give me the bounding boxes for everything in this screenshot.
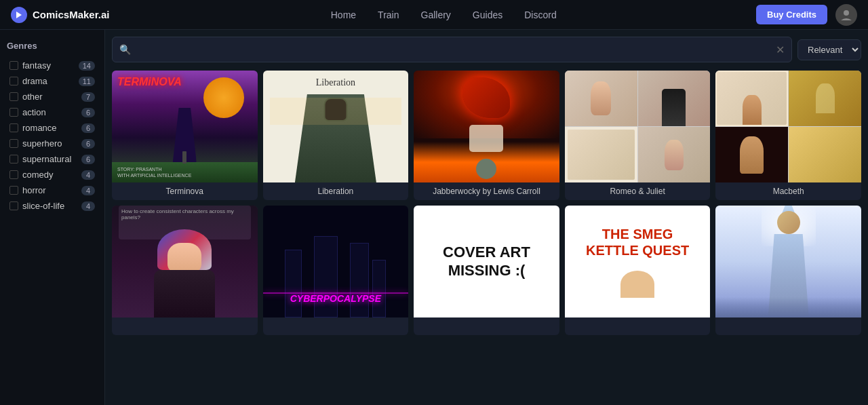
comic-title-macbeth: Macbeth: [715, 182, 861, 200]
genre-checkbox-slice-of-life[interactable]: [9, 201, 18, 210]
genre-item-romance[interactable]: romance 6: [7, 120, 98, 136]
genre-checkbox-fantasy[interactable]: [9, 61, 18, 70]
panel3: [565, 127, 637, 182]
genre-count-action: 6: [81, 108, 95, 117]
genre-item-slice-of-life[interactable]: slice-of-life 4: [7, 198, 98, 214]
svg-point-0: [844, 10, 849, 16]
genre-item-supernatural[interactable]: supernatural 6: [7, 151, 98, 167]
content: 🔍 ✕ Relevant Newest Popular TERMiNOVA: [105, 30, 868, 405]
cyber-b2: [314, 236, 338, 317]
nav-home[interactable]: Home: [321, 5, 366, 24]
nav-guides[interactable]: Guides: [463, 5, 512, 24]
comic-cover-jabberwocky: [414, 71, 559, 182]
smeg-title-art: THE SMEGKETTLE QUEST: [586, 226, 689, 258]
genre-count-superhero: 6: [81, 139, 95, 149]
cyber-b1: [285, 250, 302, 317]
comic-card-missing[interactable]: COVER ARTMISSING :( ‎: [414, 206, 559, 335]
comic-cover-terminova: TERMiNOVA STORY: PRASANTHWITH ARTIFICIAL…: [112, 71, 258, 182]
macbeth-panel2: [789, 71, 861, 126]
liberation-title-art: Liberation: [316, 77, 355, 88]
genre-label-other: other: [22, 92, 77, 102]
genre-checkbox-action[interactable]: [9, 108, 18, 117]
comic-title-anime: ‎: [112, 317, 258, 332]
genre-count-other: 7: [81, 92, 95, 102]
header-right: Buy Credits: [756, 4, 857, 26]
anime-character: [154, 229, 215, 317]
figure-inset: [476, 159, 496, 179]
hero-ground: [715, 297, 861, 317]
avatar[interactable]: [835, 4, 857, 26]
comic-cover-liberation: Liberation: [263, 71, 409, 182]
logo-text: ComicsMaker.ai: [33, 9, 109, 20]
page-inset: [469, 125, 503, 152]
genre-label-comedy: comedy: [22, 170, 77, 180]
genre-item-other[interactable]: other 7: [7, 89, 98, 104]
comic-card-liberation[interactable]: Liberation Liberation: [263, 71, 409, 200]
genre-checkbox-drama[interactable]: [9, 77, 18, 85]
comic-title-jabberwocky: Jabberwocky by Lewis Carroll: [414, 182, 559, 200]
genre-count-supernatural: 6: [81, 155, 95, 164]
comic-card-terminova[interactable]: TERMiNOVA STORY: PRASANTHWITH ARTIFICIAL…: [112, 71, 258, 200]
sidebar: Genres fantasy 14 drama 11 other 7 actio…: [0, 30, 105, 405]
macbeth-panel3: [715, 127, 788, 182]
comic-cover-macbeth: [715, 71, 861, 182]
figure-art: [182, 151, 186, 163]
comic-cover-cyberpocalypse: CYBERPOCALYPSE: [263, 206, 409, 317]
genre-count-fantasy: 14: [79, 61, 95, 71]
comic-card-smeg[interactable]: THE SMEGKETTLE QUEST ‎: [565, 206, 711, 335]
comic-card-romeo[interactable]: Romeo & Juliet: [565, 71, 711, 200]
genre-item-comedy[interactable]: comedy 4: [7, 167, 98, 182]
genre-label-drama: drama: [22, 76, 75, 86]
light-effect: [270, 98, 402, 125]
genre-item-fantasy[interactable]: fantasy 14: [7, 58, 98, 73]
genre-count-drama: 11: [79, 77, 95, 86]
genre-label-supernatural: supernatural: [22, 154, 77, 164]
genre-checkbox-other[interactable]: [9, 92, 18, 101]
nav-gallery[interactable]: Gallery: [412, 5, 460, 24]
search-input[interactable]: [136, 44, 776, 55]
logo-icon: [11, 7, 27, 23]
comic-card-cyberpocalypse[interactable]: CYBERPOCALYPSE ‎: [263, 206, 409, 335]
genre-item-action[interactable]: action 6: [7, 104, 98, 120]
comic-title-terminova: Terminova: [112, 182, 258, 200]
nav-train[interactable]: Train: [368, 5, 408, 24]
genre-item-drama[interactable]: drama 11: [7, 73, 98, 89]
comic-cover-hero: [715, 206, 861, 317]
genre-label-action: action: [22, 107, 77, 117]
genre-item-horror[interactable]: horror 4: [7, 182, 98, 198]
comic-cover-smeg: THE SMEGKETTLE QUEST: [565, 206, 711, 317]
genre-checkbox-romance[interactable]: [9, 123, 18, 132]
logo[interactable]: ComicsMaker.ai: [11, 7, 109, 23]
search-clear-icon[interactable]: ✕: [776, 43, 785, 56]
genre-count-horror: 4: [81, 186, 95, 195]
sort-select[interactable]: Relevant Newest Popular: [797, 39, 861, 60]
story-credit: STORY: PRASANTHWITH ARTIFICIAL INTELLIGE…: [117, 166, 191, 178]
bald-head: [620, 271, 654, 298]
genre-label-horror: horror: [22, 185, 77, 195]
genre-label-romance: romance: [22, 123, 77, 133]
macbeth-panel1: [715, 71, 788, 126]
genre-checkbox-supernatural[interactable]: [9, 155, 18, 163]
genre-item-superhero[interactable]: superhero 6: [7, 136, 98, 151]
genre-checkbox-horror[interactable]: [9, 186, 18, 195]
buy-credits-button[interactable]: Buy Credits: [756, 5, 827, 24]
comic-title-romeo: Romeo & Juliet: [565, 182, 711, 200]
genre-count-comedy: 4: [81, 170, 95, 180]
comic-card-macbeth[interactable]: Macbeth: [715, 71, 861, 200]
moon-decoration: [203, 77, 244, 118]
search-bar: 🔍 ✕: [112, 37, 792, 62]
genre-checkbox-comedy[interactable]: [9, 170, 18, 179]
nav-discord[interactable]: Discord: [515, 5, 566, 24]
comic-cover-romeo: [565, 71, 711, 182]
genre-checkbox-superhero[interactable]: [9, 139, 18, 148]
comic-card-jabberwocky[interactable]: Jabberwocky by Lewis Carroll: [414, 71, 559, 200]
comic-card-hero[interactable]: ‎: [715, 206, 861, 335]
main-nav: Home Train Gallery Guides Discord: [131, 5, 756, 24]
comic-card-anime[interactable]: How to create consistent characters acro…: [112, 206, 258, 335]
cyberpocalypse-title-art: CYBERPOCALYPSE: [290, 293, 381, 304]
main-layout: Genres fantasy 14 drama 11 other 7 actio…: [0, 30, 868, 405]
header: ComicsMaker.ai Home Train Gallery Guides…: [0, 0, 868, 30]
genre-count-romance: 6: [81, 123, 95, 133]
hero-head-art: [777, 211, 800, 234]
panel1: [565, 71, 637, 126]
